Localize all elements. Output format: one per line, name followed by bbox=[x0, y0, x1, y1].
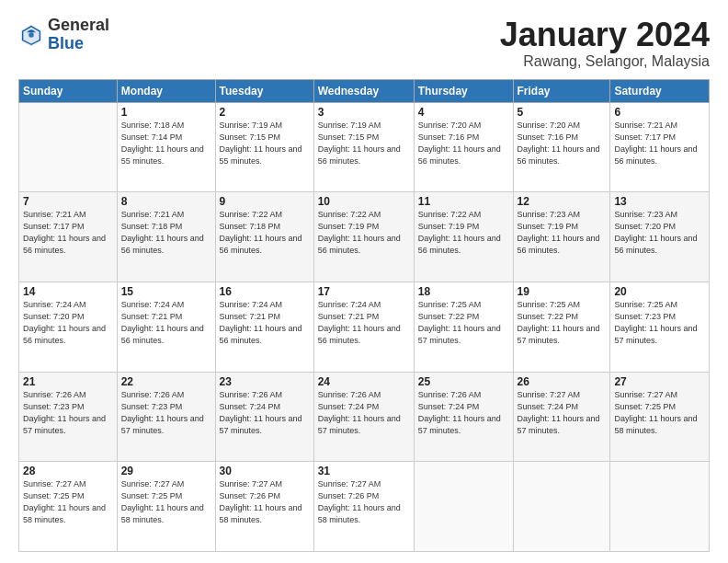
logo-text: General Blue bbox=[48, 17, 109, 53]
day-info: Sunrise: 7:19 AM Sunset: 7:15 PM Dayligh… bbox=[318, 120, 410, 167]
calendar-day-cell bbox=[19, 102, 118, 192]
col-friday: Friday bbox=[513, 79, 610, 102]
calendar-day-cell: 14Sunrise: 7:24 AM Sunset: 7:20 PM Dayli… bbox=[19, 282, 118, 372]
day-info: Sunrise: 7:26 AM Sunset: 7:23 PM Dayligh… bbox=[23, 389, 113, 437]
calendar-week-row: 7Sunrise: 7:21 AM Sunset: 7:17 PM Daylig… bbox=[19, 192, 710, 282]
day-number: 26 bbox=[518, 375, 607, 388]
col-wednesday: Wednesday bbox=[313, 79, 414, 102]
calendar-day-cell: 26Sunrise: 7:27 AM Sunset: 7:24 PM Dayli… bbox=[513, 372, 610, 462]
day-info: Sunrise: 7:22 AM Sunset: 7:18 PM Dayligh… bbox=[220, 209, 310, 257]
calendar-day-cell: 9Sunrise: 7:22 AM Sunset: 7:18 PM Daylig… bbox=[215, 192, 313, 282]
day-number: 17 bbox=[318, 285, 410, 298]
day-number: 24 bbox=[318, 375, 410, 388]
calendar-day-cell: 1Sunrise: 7:18 AM Sunset: 7:14 PM Daylig… bbox=[117, 102, 215, 192]
day-info: Sunrise: 7:18 AM Sunset: 7:14 PM Dayligh… bbox=[121, 120, 211, 167]
day-number: 10 bbox=[318, 195, 410, 208]
day-number: 12 bbox=[518, 195, 607, 208]
calendar-day-cell: 17Sunrise: 7:24 AM Sunset: 7:21 PM Dayli… bbox=[313, 282, 414, 372]
day-number: 13 bbox=[614, 195, 705, 208]
calendar-day-cell: 12Sunrise: 7:23 AM Sunset: 7:19 PM Dayli… bbox=[513, 192, 610, 282]
col-thursday: Thursday bbox=[414, 79, 513, 102]
calendar-day-cell: 15Sunrise: 7:24 AM Sunset: 7:21 PM Dayli… bbox=[117, 282, 215, 372]
logo-general: General bbox=[48, 16, 109, 34]
calendar-day-cell: 8Sunrise: 7:21 AM Sunset: 7:18 PM Daylig… bbox=[117, 192, 215, 282]
day-info: Sunrise: 7:27 AM Sunset: 7:26 PM Dayligh… bbox=[220, 478, 310, 526]
calendar-day-cell: 30Sunrise: 7:27 AM Sunset: 7:26 PM Dayli… bbox=[215, 462, 313, 552]
calendar-day-cell: 21Sunrise: 7:26 AM Sunset: 7:23 PM Dayli… bbox=[19, 372, 118, 462]
day-info: Sunrise: 7:22 AM Sunset: 7:19 PM Dayligh… bbox=[418, 209, 509, 257]
day-info: Sunrise: 7:23 AM Sunset: 7:19 PM Dayligh… bbox=[518, 209, 607, 257]
calendar-day-cell: 18Sunrise: 7:25 AM Sunset: 7:22 PM Dayli… bbox=[414, 282, 513, 372]
logo-icon bbox=[18, 22, 44, 48]
day-info: Sunrise: 7:25 AM Sunset: 7:22 PM Dayligh… bbox=[418, 299, 509, 347]
calendar-day-cell: 24Sunrise: 7:26 AM Sunset: 7:24 PM Dayli… bbox=[313, 372, 414, 462]
day-info: Sunrise: 7:27 AM Sunset: 7:25 PM Dayligh… bbox=[23, 478, 113, 526]
col-sunday: Sunday bbox=[19, 79, 118, 102]
day-info: Sunrise: 7:21 AM Sunset: 7:17 PM Dayligh… bbox=[23, 209, 113, 257]
calendar-day-cell: 31Sunrise: 7:27 AM Sunset: 7:26 PM Dayli… bbox=[313, 462, 414, 552]
day-info: Sunrise: 7:24 AM Sunset: 7:21 PM Dayligh… bbox=[318, 299, 410, 347]
logo: General Blue bbox=[18, 17, 109, 53]
day-number: 3 bbox=[318, 106, 410, 119]
calendar-day-cell: 5Sunrise: 7:20 AM Sunset: 7:16 PM Daylig… bbox=[513, 102, 610, 192]
calendar-day-cell: 10Sunrise: 7:22 AM Sunset: 7:19 PM Dayli… bbox=[313, 192, 414, 282]
calendar-table: Sunday Monday Tuesday Wednesday Thursday… bbox=[18, 79, 710, 552]
day-number: 15 bbox=[121, 285, 211, 298]
calendar-day-cell: 13Sunrise: 7:23 AM Sunset: 7:20 PM Dayli… bbox=[610, 192, 710, 282]
day-number: 1 bbox=[121, 106, 211, 119]
month-title: January 2024 bbox=[500, 17, 710, 53]
calendar-day-cell: 20Sunrise: 7:25 AM Sunset: 7:23 PM Dayli… bbox=[610, 282, 710, 372]
day-number: 7 bbox=[23, 195, 113, 208]
calendar-day-cell bbox=[414, 462, 513, 552]
day-info: Sunrise: 7:19 AM Sunset: 7:15 PM Dayligh… bbox=[220, 120, 310, 167]
day-info: Sunrise: 7:27 AM Sunset: 7:24 PM Dayligh… bbox=[518, 389, 607, 437]
calendar-day-cell: 6Sunrise: 7:21 AM Sunset: 7:17 PM Daylig… bbox=[610, 102, 710, 192]
day-number: 21 bbox=[23, 375, 113, 388]
day-number: 31 bbox=[318, 465, 410, 477]
header: General Blue January 2024 Rawang, Selang… bbox=[18, 17, 710, 70]
day-number: 25 bbox=[418, 375, 509, 388]
calendar-day-cell: 23Sunrise: 7:26 AM Sunset: 7:24 PM Dayli… bbox=[215, 372, 313, 462]
day-number: 2 bbox=[220, 106, 310, 119]
calendar-week-row: 14Sunrise: 7:24 AM Sunset: 7:20 PM Dayli… bbox=[19, 282, 710, 372]
calendar-week-row: 21Sunrise: 7:26 AM Sunset: 7:23 PM Dayli… bbox=[19, 372, 710, 462]
day-info: Sunrise: 7:23 AM Sunset: 7:20 PM Dayligh… bbox=[614, 209, 705, 257]
day-info: Sunrise: 7:27 AM Sunset: 7:25 PM Dayligh… bbox=[614, 389, 705, 437]
calendar-day-cell: 22Sunrise: 7:26 AM Sunset: 7:23 PM Dayli… bbox=[117, 372, 215, 462]
day-number: 11 bbox=[418, 195, 509, 208]
day-number: 19 bbox=[518, 285, 607, 298]
day-number: 6 bbox=[614, 106, 705, 119]
calendar-day-cell: 3Sunrise: 7:19 AM Sunset: 7:15 PM Daylig… bbox=[313, 102, 414, 192]
page: General Blue January 2024 Rawang, Selang… bbox=[0, 0, 728, 563]
calendar-day-cell: 11Sunrise: 7:22 AM Sunset: 7:19 PM Dayli… bbox=[414, 192, 513, 282]
col-monday: Monday bbox=[117, 79, 215, 102]
day-number: 20 bbox=[614, 285, 705, 298]
day-number: 22 bbox=[121, 375, 211, 388]
day-info: Sunrise: 7:24 AM Sunset: 7:20 PM Dayligh… bbox=[23, 299, 113, 347]
calendar-day-cell: 29Sunrise: 7:27 AM Sunset: 7:25 PM Dayli… bbox=[117, 462, 215, 552]
calendar-day-cell: 7Sunrise: 7:21 AM Sunset: 7:17 PM Daylig… bbox=[19, 192, 118, 282]
day-number: 18 bbox=[418, 285, 509, 298]
day-number: 27 bbox=[614, 375, 705, 388]
svg-point-2 bbox=[28, 32, 34, 38]
calendar-day-cell: 2Sunrise: 7:19 AM Sunset: 7:15 PM Daylig… bbox=[215, 102, 313, 192]
col-saturday: Saturday bbox=[610, 79, 710, 102]
day-info: Sunrise: 7:24 AM Sunset: 7:21 PM Dayligh… bbox=[220, 299, 310, 347]
day-info: Sunrise: 7:26 AM Sunset: 7:23 PM Dayligh… bbox=[121, 389, 211, 437]
day-info: Sunrise: 7:27 AM Sunset: 7:25 PM Dayligh… bbox=[121, 478, 211, 526]
calendar-week-row: 1Sunrise: 7:18 AM Sunset: 7:14 PM Daylig… bbox=[19, 102, 710, 192]
day-info: Sunrise: 7:26 AM Sunset: 7:24 PM Dayligh… bbox=[318, 389, 410, 437]
calendar-day-cell: 16Sunrise: 7:24 AM Sunset: 7:21 PM Dayli… bbox=[215, 282, 313, 372]
col-tuesday: Tuesday bbox=[215, 79, 313, 102]
title-block: January 2024 Rawang, Selangor, Malaysia bbox=[500, 17, 710, 70]
day-number: 23 bbox=[220, 375, 310, 388]
day-number: 16 bbox=[220, 285, 310, 298]
day-number: 5 bbox=[518, 106, 607, 119]
calendar-day-cell: 25Sunrise: 7:26 AM Sunset: 7:24 PM Dayli… bbox=[414, 372, 513, 462]
day-number: 28 bbox=[23, 465, 113, 477]
calendar-day-cell bbox=[513, 462, 610, 552]
day-info: Sunrise: 7:26 AM Sunset: 7:24 PM Dayligh… bbox=[220, 389, 310, 437]
day-info: Sunrise: 7:27 AM Sunset: 7:26 PM Dayligh… bbox=[318, 478, 410, 526]
day-info: Sunrise: 7:20 AM Sunset: 7:16 PM Dayligh… bbox=[418, 120, 509, 167]
subtitle: Rawang, Selangor, Malaysia bbox=[500, 53, 710, 70]
